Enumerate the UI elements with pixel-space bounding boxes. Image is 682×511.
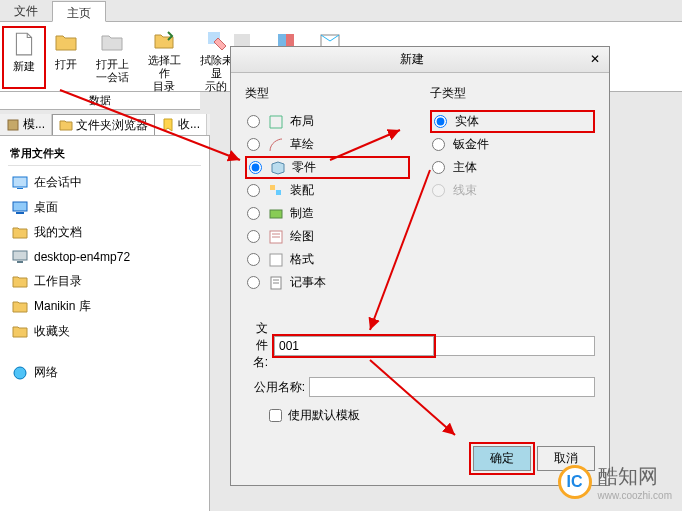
subtype-radio-1[interactable]: [432, 138, 445, 151]
watermark: IC 酷知网 www.coozhi.com: [558, 463, 672, 501]
sidebar-item-label: 在会话中: [34, 174, 82, 191]
type-icon-6: [268, 252, 284, 268]
sidebar-network[interactable]: 网络: [8, 360, 201, 385]
sidebar-item-1[interactable]: 桌面: [8, 195, 201, 220]
collect-icon: [161, 118, 175, 132]
type-radio-5[interactable]: [247, 230, 260, 243]
svg-rect-13: [270, 185, 275, 190]
desktop-icon: [12, 200, 28, 216]
use-default-template-checkbox[interactable]: [269, 409, 282, 422]
subtype-radio-0[interactable]: [434, 115, 447, 128]
subtype-label: 主体: [453, 159, 477, 176]
subtype-label: 钣金件: [453, 136, 489, 153]
type-radio-7[interactable]: [247, 276, 260, 289]
type-icon-5: [268, 229, 284, 245]
type-icon-1: [268, 137, 284, 153]
folder-icon: [12, 324, 28, 340]
type-options: 布局草绘零件装配制造绘图格式记事本: [245, 108, 410, 296]
ribbon-group-label: 数据: [0, 92, 200, 110]
subtype-row-0[interactable]: 实体: [430, 110, 595, 133]
type-icon-7: [268, 275, 284, 291]
type-radio-4[interactable]: [247, 207, 260, 220]
browser-icon: [59, 118, 73, 132]
type-label: 零件: [292, 159, 316, 176]
erase-hidden-icon: [202, 28, 230, 52]
sidebar-tab-collect[interactable]: 收...: [155, 114, 207, 135]
network-icon: [12, 365, 28, 381]
open-prev-button[interactable]: 打开上一会话: [86, 26, 138, 89]
computer-icon: [12, 249, 28, 265]
use-default-template-label: 使用默认模板: [288, 407, 360, 424]
type-icon-4: [268, 206, 284, 222]
menu-file[interactable]: 文件: [0, 0, 52, 21]
watermark-name: 酷知网: [598, 463, 672, 490]
dialog-close-button[interactable]: ✕: [587, 52, 603, 68]
subtype-options: 实体钣金件主体线束: [430, 108, 595, 204]
svg-rect-9: [16, 212, 24, 214]
subtype-row-3[interactable]: 线束: [430, 179, 595, 202]
group-type-label: 类型: [245, 85, 410, 102]
sidebar-items: 在会话中桌面我的文档desktop-en4mp72工作目录Manikin 库收藏…: [8, 170, 201, 344]
sidebar-item-label: Manikin 库: [34, 298, 91, 315]
type-icon-0: [268, 114, 284, 130]
filename-label: 文件名:: [245, 320, 268, 371]
ok-button[interactable]: 确定: [473, 446, 531, 471]
sidebar-item-6[interactable]: 收藏夹: [8, 319, 201, 344]
sidebar-item-2[interactable]: 我的文档: [8, 220, 201, 245]
new-dialog: 新建 ✕ 类型 布局草绘零件装配制造绘图格式记事本 子类型 实体钣金件主体线束 …: [230, 46, 610, 486]
type-row-5[interactable]: 绘图: [245, 225, 410, 248]
new-label: 新建: [13, 60, 35, 73]
type-row-4[interactable]: 制造: [245, 202, 410, 225]
screen-icon: [12, 175, 28, 191]
sidebar-network-label: 网络: [34, 364, 58, 381]
group-subtype: 子类型 实体钣金件主体线束: [430, 85, 595, 296]
subtype-radio-3[interactable]: [432, 184, 445, 197]
new-icon: [10, 30, 38, 58]
sidebar-tab-model[interactable]: 模...: [0, 114, 52, 135]
type-row-3[interactable]: 装配: [245, 179, 410, 202]
subtype-row-2[interactable]: 主体: [430, 156, 595, 179]
sidebar-item-4[interactable]: 工作目录: [8, 269, 201, 294]
new-button[interactable]: 新建: [2, 26, 46, 89]
svg-rect-15: [270, 210, 282, 218]
open-button[interactable]: 打开: [46, 26, 86, 89]
svg-rect-11: [17, 261, 23, 263]
type-label: 制造: [290, 205, 314, 222]
svg-rect-7: [17, 188, 23, 189]
model-icon: [6, 118, 20, 132]
group-subtype-label: 子类型: [430, 85, 595, 102]
svg-rect-10: [13, 251, 27, 260]
sidebar-item-3[interactable]: desktop-en4mp72: [8, 245, 201, 269]
type-label: 记事本: [290, 274, 326, 291]
type-row-2[interactable]: 零件: [245, 156, 410, 179]
type-row-7[interactable]: 记事本: [245, 271, 410, 294]
use-default-template-row[interactable]: 使用默认模板: [269, 407, 595, 424]
type-radio-1[interactable]: [247, 138, 260, 151]
subtype-radio-2[interactable]: [432, 161, 445, 174]
type-label: 装配: [290, 182, 314, 199]
filename-input[interactable]: [274, 336, 434, 356]
type-radio-3[interactable]: [247, 184, 260, 197]
sidebar-item-0[interactable]: 在会话中: [8, 170, 201, 195]
folder-icon: [12, 225, 28, 241]
sidebar: 常用文件夹 在会话中桌面我的文档desktop-en4mp72工作目录Manik…: [0, 136, 210, 511]
sidebar-tab-browser[interactable]: 文件夹浏览器: [52, 114, 155, 135]
type-radio-2[interactable]: [249, 161, 262, 174]
filename-input-ext[interactable]: [436, 336, 595, 356]
type-row-1[interactable]: 草绘: [245, 133, 410, 156]
type-radio-6[interactable]: [247, 253, 260, 266]
type-row-0[interactable]: 布局: [245, 110, 410, 133]
sidebar-item-5[interactable]: Manikin 库: [8, 294, 201, 319]
dialog-body: 类型 布局草绘零件装配制造绘图格式记事本 子类型 实体钣金件主体线束 文件名: …: [231, 73, 609, 436]
type-radio-0[interactable]: [247, 115, 260, 128]
subtype-row-1[interactable]: 钣金件: [430, 133, 595, 156]
type-row-6[interactable]: 格式: [245, 248, 410, 271]
pubname-input[interactable]: [309, 377, 595, 397]
folder-icon: [12, 274, 28, 290]
type-icon-2: [270, 160, 286, 176]
open-label: 打开: [55, 58, 77, 71]
select-workdir-button[interactable]: 选择工作 目录: [138, 26, 190, 89]
type-label: 布局: [290, 113, 314, 130]
menu-home[interactable]: 主页: [52, 1, 106, 22]
svg-rect-14: [276, 190, 281, 195]
